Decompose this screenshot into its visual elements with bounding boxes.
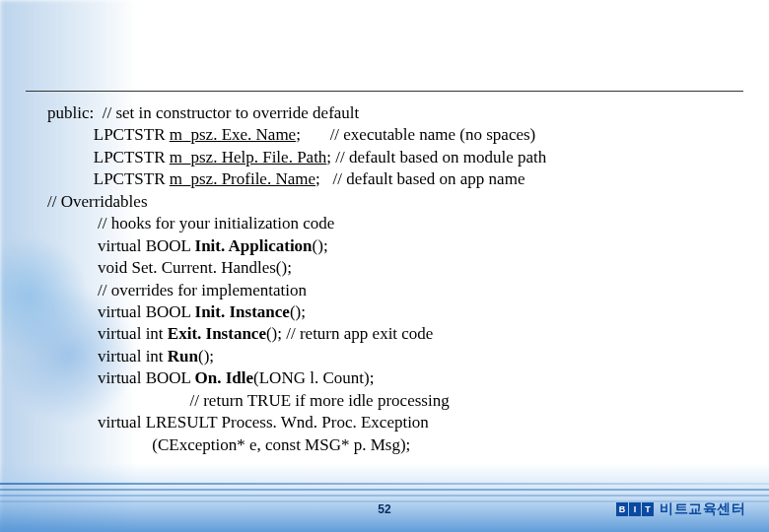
horizontal-rule: [26, 91, 743, 92]
code-line: LPCTSTR: [47, 148, 170, 166]
code-line: (CException* e, const MSG* p. Msg);: [47, 435, 410, 454]
code-line: virtual int: [47, 347, 168, 366]
code-identifier: Run: [168, 347, 198, 366]
code-line: ; // executable name (no spaces): [296, 125, 535, 144]
footer-logo: B I T: [616, 502, 654, 516]
code-line: public: // set in constructor to overrid…: [47, 103, 359, 122]
logo-letter: I: [629, 502, 641, 516]
code-line: void Set. Current. Handles();: [47, 258, 292, 277]
code-identifier: Init. Application: [195, 236, 313, 255]
code-identifier: Init. Instance: [195, 302, 290, 321]
background-bottom-wave: [0, 463, 769, 532]
code-line: // return TRUE if more idle processing: [47, 391, 450, 410]
code-line: ();: [198, 347, 214, 366]
code-line: virtual BOOL: [47, 236, 195, 255]
code-line: // hooks for your initialization code: [47, 214, 334, 233]
code-line: (LONG l. Count);: [253, 368, 374, 387]
code-line: virtual LRESULT Process. Wnd. Proc. Exce…: [47, 413, 429, 432]
code-identifier: m_psz. Profile. Name: [170, 169, 315, 188]
page-number: 52: [378, 502, 390, 516]
code-line: // overrides for implementation: [47, 281, 307, 299]
code-line: virtual BOOL: [47, 302, 195, 321]
logo-letter: B: [616, 502, 628, 516]
code-identifier: m_psz. Exe. Name: [170, 125, 296, 144]
code-line: ; // default based on app name: [315, 169, 524, 188]
code-line: ();: [290, 302, 306, 321]
logo-letter: T: [642, 502, 654, 516]
footer-text: 비트교육센터: [660, 500, 745, 518]
code-identifier: m_psz. Help. File. Path: [170, 148, 327, 166]
code-line: ();: [313, 236, 328, 255]
code-block: public: // set in constructor to overrid…: [47, 102, 737, 456]
code-line: LPCTSTR: [47, 169, 170, 188]
code-line: LPCTSTR: [47, 125, 170, 144]
code-line: (); // return app exit code: [266, 324, 433, 343]
code-line: // Overridables: [47, 192, 148, 211]
code-line: virtual int: [47, 324, 168, 343]
code-identifier: Exit. Instance: [168, 324, 266, 343]
footer-brand: B I T 비트교육센터: [616, 500, 745, 518]
code-line: ; // default based on module path: [326, 148, 546, 166]
code-identifier: On. Idle: [195, 368, 254, 387]
code-line: virtual BOOL: [47, 368, 195, 387]
